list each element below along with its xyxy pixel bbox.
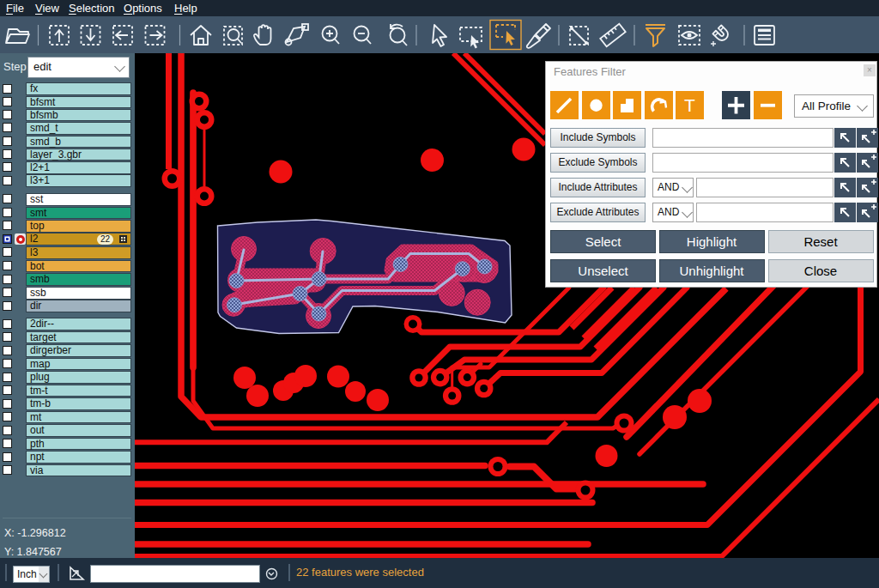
svg-text:T: T: [684, 95, 695, 115]
